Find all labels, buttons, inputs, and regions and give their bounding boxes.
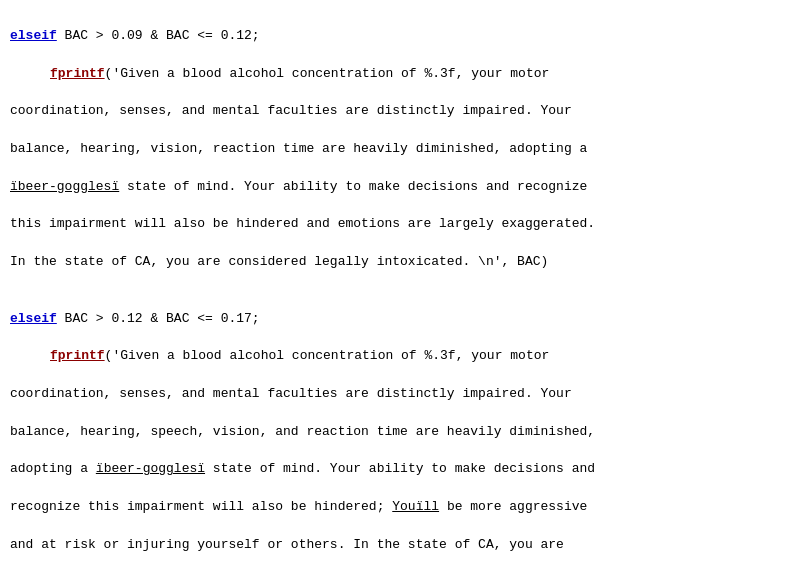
line-2: fprintf('Given a blood alcohol concentra… xyxy=(10,65,790,84)
condition-2: BAC > 0.12 & BAC <= 0.17; xyxy=(57,311,260,326)
line-7: In the state of CA, you are considered l… xyxy=(10,253,790,272)
line-6: this impairment will also be hindered an… xyxy=(10,215,790,234)
line-3: coordination, senses, and mental faculti… xyxy=(10,102,790,121)
string-2c: balance, hearing, speech, vision, and re… xyxy=(10,424,595,439)
string-2h: and at risk or injuring yourself or othe… xyxy=(10,537,564,552)
string-2b: coordination, senses, and mental faculti… xyxy=(10,386,572,401)
indent-2 xyxy=(10,347,50,366)
keyword-elseif-2: elseif xyxy=(10,311,57,326)
string-1: ('Given a blood alcohol concentration of… xyxy=(105,66,550,81)
string-2g: Youïll xyxy=(392,499,439,514)
string-1f: this impairment will also be hindered an… xyxy=(10,216,595,231)
indent-1 xyxy=(10,65,50,84)
line-12: adopting a ïbeer-gogglesï state of mind.… xyxy=(10,460,790,479)
string-2: ('Given a blood alcohol concentration of… xyxy=(105,348,550,363)
string-1c: balance, hearing, vision, reaction time … xyxy=(10,141,587,156)
line-1: elseif BAC > 0.09 & BAC <= 0.12; xyxy=(10,27,790,46)
line-4: balance, hearing, vision, reaction time … xyxy=(10,140,790,159)
line-8: elseif BAC > 0.12 & BAC <= 0.17; xyxy=(10,310,790,329)
keyword-fprintf-1: fprintf xyxy=(50,66,105,81)
condition-1: BAC > 0.09 & BAC <= 0.12; xyxy=(57,28,260,43)
string-2f: recognize this impairment will also be h… xyxy=(10,499,587,514)
string-2e: ïbeer-gogglesï xyxy=(96,461,205,476)
string-1e: state of mind. Your ability to make deci… xyxy=(119,179,587,194)
line-14: and at risk or injuring yourself or othe… xyxy=(10,536,790,555)
keyword-elseif-1: elseif xyxy=(10,28,57,43)
line-9: fprintf('Given a blood alcohol concentra… xyxy=(10,347,790,366)
string-1d: ïbeer-gogglesï xyxy=(10,179,119,194)
code-editor: elseif BAC > 0.09 & BAC <= 0.12; fprintf… xyxy=(10,8,790,570)
line-5: ïbeer-gogglesï state of mind. Your abili… xyxy=(10,178,790,197)
string-1b: coordination, senses, and mental faculti… xyxy=(10,103,572,118)
string-1g: In the state of CA, you are considered l… xyxy=(10,254,548,269)
keyword-fprintf-2: fprintf xyxy=(50,348,105,363)
line-11: balance, hearing, speech, vision, and re… xyxy=(10,423,790,442)
string-2d: adopting a ïbeer-gogglesï state of mind.… xyxy=(10,461,595,476)
line-10: coordination, senses, and mental faculti… xyxy=(10,385,790,404)
line-13: recognize this impairment will also be h… xyxy=(10,498,790,517)
